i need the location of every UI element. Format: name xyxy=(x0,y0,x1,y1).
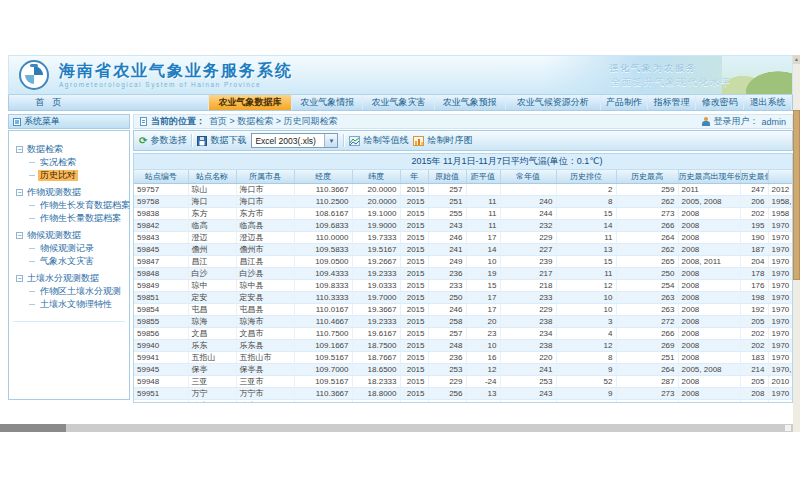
table-cell xyxy=(500,183,556,195)
tree-item[interactable]: 实况检索 xyxy=(9,156,129,169)
table-cell: 110.0000 xyxy=(294,231,352,243)
table-cell: 202 xyxy=(740,207,768,219)
tree-item[interactable]: 历史比对 xyxy=(9,169,129,182)
table-cell: 214 xyxy=(740,363,768,375)
nav-item-4[interactable]: 农业气象预报 xyxy=(435,95,506,110)
horizontal-scroll-thumb[interactable] xyxy=(0,424,66,432)
data-download-button[interactable]: 数据下载 xyxy=(197,134,246,147)
table-cell: 249 xyxy=(428,255,466,267)
vertical-scrollbar[interactable]: ▲ xyxy=(793,55,800,432)
table-row[interactable]: 59941五指山五指山市109.516718.76672015236162208… xyxy=(134,351,793,363)
table-cell: 287 xyxy=(616,375,678,387)
table-cell: 202 xyxy=(740,339,768,351)
table-cell: 琼中县 xyxy=(236,279,294,291)
tree-group[interactable]: −数据检索 xyxy=(9,143,129,156)
tree-group-label: 作物观测数据 xyxy=(27,186,81,199)
table-cell: 2010 xyxy=(768,375,793,387)
tree-connector xyxy=(29,304,35,305)
nav-item-8[interactable]: 修改密码 xyxy=(696,95,744,110)
user-icon xyxy=(702,117,710,126)
login-user-name: admin xyxy=(761,117,786,127)
table-cell: 247 xyxy=(500,399,556,403)
table-row[interactable]: 59757琼山海口市110.366720.0000201525722592011… xyxy=(134,183,793,195)
table-row[interactable]: 59758海口海口市110.250020.0000201525111240826… xyxy=(134,195,793,207)
table-row[interactable]: 59854屯昌屯昌县110.016719.3667201524617229102… xyxy=(134,303,793,315)
tree-item[interactable]: 物候观测记录 xyxy=(9,242,129,255)
table-cell: 2008 xyxy=(678,231,740,243)
table-cell: 59945 xyxy=(134,363,188,375)
tree-item[interactable]: 气象水文灾害 xyxy=(9,255,129,268)
table-cell: 246 xyxy=(428,303,466,315)
toolbar-separator xyxy=(343,134,344,147)
table-cell: 220 xyxy=(500,351,556,363)
toolbar-separator xyxy=(191,134,192,147)
table-cell: 19.0333 xyxy=(352,279,400,291)
table-cell: 海口 xyxy=(188,195,236,207)
table-row[interactable]: 59845儋州儋州市109.583319.5167201524114227132… xyxy=(134,243,793,255)
nav-item-0[interactable]: 首 页 xyxy=(9,95,209,110)
table-cell: 2012 xyxy=(768,183,793,195)
nav-item-3[interactable]: 农业气象灾害 xyxy=(363,95,434,110)
table-cell: 2008 xyxy=(678,327,740,339)
table-row[interactable]: 59851定安定安县110.333319.7000201525017233102… xyxy=(134,291,793,303)
nav-item-1[interactable]: 农业气象数据库 xyxy=(209,95,292,110)
export-format-select[interactable]: Excel 2003(.xls) ▼ xyxy=(251,133,338,148)
tree-group[interactable]: −物候观测数据 xyxy=(9,229,129,242)
vertical-scroll-thumb[interactable] xyxy=(793,110,800,280)
table-row[interactable]: 59842临高临高县109.683319.9000201524311232142… xyxy=(134,219,793,231)
collapse-icon[interactable]: − xyxy=(16,275,23,282)
table-cell: 2005, 2008 xyxy=(678,363,740,375)
table-row[interactable]: 59948三亚三亚市109.516718.23332015229-2425352… xyxy=(134,375,793,387)
table-cell: 2008 xyxy=(678,279,740,291)
table-row[interactable]: 59954陵水陵水县110.033318.5000201525811247112… xyxy=(134,399,793,403)
nav-item-6[interactable]: 产品制作 xyxy=(601,95,649,110)
table-cell: 205 xyxy=(740,315,768,327)
tree-item[interactable]: 作物区土壤水分观测 xyxy=(9,285,129,298)
table-row[interactable]: 59849琼中琼中县109.833319.0333201523315218122… xyxy=(134,279,793,291)
nav-item-5[interactable]: 农业气候资源分析 xyxy=(506,95,601,110)
horizontal-scrollbar[interactable] xyxy=(0,424,793,432)
table-cell: 11 xyxy=(556,231,616,243)
table-cell: 18.7500 xyxy=(352,339,400,351)
collapse-icon[interactable]: − xyxy=(16,146,23,153)
table-cell: 2005, 2008 xyxy=(678,195,740,207)
table-row[interactable]: 59856文昌文昌市110.750019.6167201525723234426… xyxy=(134,327,793,339)
table-row[interactable]: 59843澄迈澄迈县110.000019.7333201524617229112… xyxy=(134,231,793,243)
tree-connector xyxy=(29,205,35,206)
nav-item-7[interactable]: 指标管理 xyxy=(648,95,696,110)
parameter-select-button[interactable]: ⟳ 参数选择 xyxy=(139,134,186,147)
nav-item-2[interactable]: 农业气象情报 xyxy=(292,95,363,110)
table-row[interactable]: 59951万宁万宁市110.366718.8000201525613243927… xyxy=(134,387,793,399)
breadcrumb-label: 当前的位置： xyxy=(151,115,205,128)
table-row[interactable]: 59848白沙白沙县109.433319.2333201523619217112… xyxy=(134,267,793,279)
collapse-icon[interactable]: − xyxy=(16,232,23,239)
draw-contour-button[interactable]: 绘制等值线 xyxy=(349,134,408,147)
table-cell: 59843 xyxy=(134,231,188,243)
tree-item[interactable]: 作物生长发育数据档案 xyxy=(9,199,129,212)
nav-item-9[interactable]: 退出系统 xyxy=(744,95,792,110)
table-cell: 2008 xyxy=(678,303,740,315)
table-row[interactable]: 59940乐东乐东县109.166718.7500201524810238122… xyxy=(134,339,793,351)
draw-timeseries-button[interactable]: 绘制时序图 xyxy=(413,134,472,147)
collapse-icon[interactable]: − xyxy=(16,189,23,196)
breadcrumb[interactable]: 首页 > 数据检索 > 历史同期检索 xyxy=(209,115,338,128)
tree-item[interactable]: 作物生长量数据档案 xyxy=(9,212,129,225)
table-cell: 236 xyxy=(428,267,466,279)
table-cell: 2008 xyxy=(678,339,740,351)
tree-group[interactable]: −作物观测数据 xyxy=(9,186,129,199)
table-cell: 12 xyxy=(466,363,500,375)
table-cell: -24 xyxy=(466,375,500,387)
table-cell: 109.8333 xyxy=(294,279,352,291)
table-row[interactable]: 59838东方东方市108.616719.1000201525511244152… xyxy=(134,207,793,219)
scroll-up-arrow-icon[interactable]: ▲ xyxy=(793,55,800,64)
tree-item[interactable]: 土壤水文物理特性 xyxy=(9,298,129,311)
table-cell: 254 xyxy=(616,279,678,291)
tree-group[interactable]: −土壤水分观测数据 xyxy=(9,272,129,285)
table-cell: 59842 xyxy=(134,219,188,231)
station-data-table: 站点编号站点名称所属市县经度纬度年原始值距平值常年值历史排位历史最高历史最高出现… xyxy=(134,170,793,403)
table-row[interactable]: 59855琼海琼海市110.466719.2333201525820238327… xyxy=(134,315,793,327)
table-cell: 52 xyxy=(556,375,616,387)
table-cell: 110.7500 xyxy=(294,327,352,339)
table-row[interactable]: 59945保亭保亭县109.700018.6500201525312241926… xyxy=(134,363,793,375)
table-row[interactable]: 59847昌江昌江县109.050019.2667201524910239152… xyxy=(134,255,793,267)
